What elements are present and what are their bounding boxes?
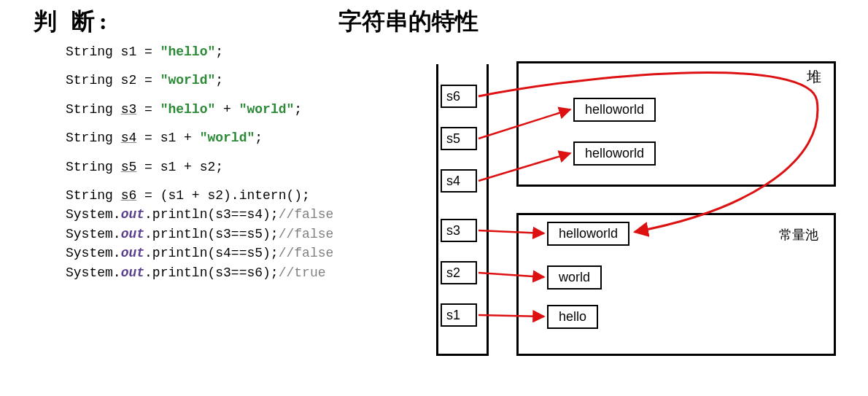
stack-cell-s5: s5 <box>441 127 477 150</box>
heap-box <box>516 61 836 187</box>
heading-left: 判 断: <box>34 6 112 38</box>
pool-object-world: world <box>547 265 602 290</box>
code-line-8: System.out.println(s3==s5);//false <box>66 226 333 243</box>
pool-object-helloworld: helloworld <box>547 222 629 246</box>
code-line-6: String s6 = (s1 + s2).intern(); <box>66 187 333 204</box>
stack-cell-s4: s4 <box>441 169 477 193</box>
heap-object-1: helloworld <box>573 98 656 122</box>
code-line-4: String s4 = s1 + "world"; <box>66 130 333 147</box>
code-block: String s1 = "hello"; String s2 = "world"… <box>66 44 333 284</box>
heap-label: 堆 <box>807 67 821 87</box>
memory-diagram: s6 s5 s4 s3 s2 s1 堆 helloworld helloworl… <box>430 57 842 362</box>
code-line-2: String s2 = "world"; <box>66 72 333 89</box>
code-line-10: System.out.println(s3==s6);//true <box>66 265 333 282</box>
heap-object-2: helloworld <box>573 141 656 166</box>
constant-pool-label: 常量池 <box>779 226 818 244</box>
code-line-7: System.out.println(s3==s4);//false <box>66 206 333 223</box>
code-line-5: String s5 = s1 + s2; <box>66 159 333 176</box>
stack-cell-s1: s1 <box>441 303 477 327</box>
code-line-3: String s3 = "hello" + "world"; <box>66 101 333 118</box>
pool-object-hello: hello <box>547 305 598 329</box>
code-line-9: System.out.println(s4==s5);//false <box>66 245 333 262</box>
heading-right: 字符串的特性 <box>338 6 478 38</box>
stack-cell-s6: s6 <box>441 85 477 108</box>
stack-cell-s3: s3 <box>441 219 477 242</box>
code-line-1: String s1 = "hello"; <box>66 44 333 61</box>
stack-cell-s2: s2 <box>441 261 477 284</box>
